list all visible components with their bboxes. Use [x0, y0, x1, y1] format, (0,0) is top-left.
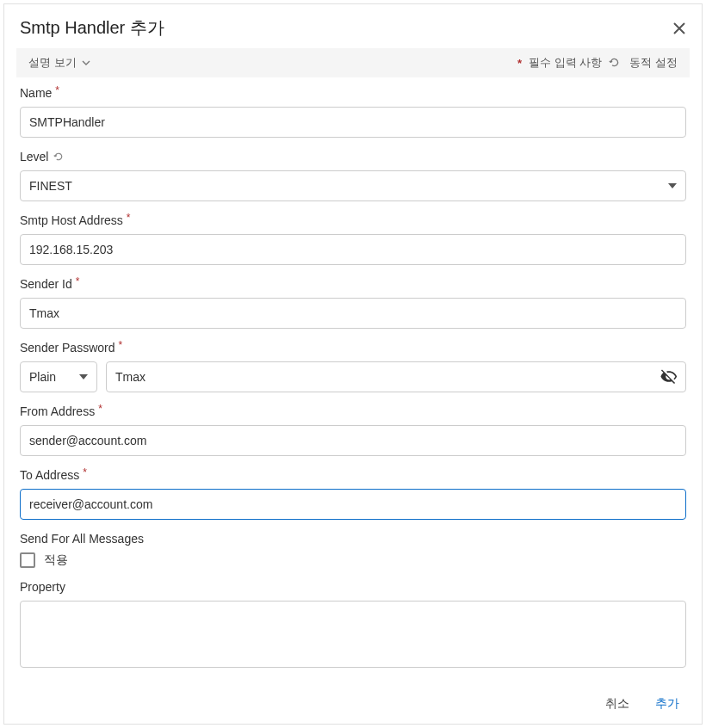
- form-body: Name * Level FINEST Smtp Host Address: [4, 77, 702, 684]
- dialog-header: Smtp Handler 추가: [4, 4, 702, 48]
- field-sender-id: Sender Id *: [20, 277, 686, 329]
- close-button[interactable]: [671, 20, 688, 37]
- field-from-address: From Address *: [20, 404, 686, 456]
- view-description-label: 설명 보기: [28, 55, 77, 71]
- smtp-host-input[interactable]: [20, 234, 686, 265]
- required-star-icon: *: [517, 57, 522, 70]
- to-address-input[interactable]: [20, 489, 686, 520]
- from-address-label: From Address *: [20, 404, 686, 418]
- required-star-icon: *: [127, 213, 131, 223]
- required-star-icon: *: [83, 467, 87, 478]
- close-icon: [672, 22, 686, 35]
- property-textarea[interactable]: [20, 601, 686, 668]
- field-level: Level FINEST: [20, 150, 686, 201]
- required-star-icon: *: [119, 340, 123, 350]
- legend-right: * 필수 입력 사항 동적 설정: [517, 55, 678, 71]
- sender-password-label: Sender Password *: [20, 341, 686, 355]
- required-star-icon: *: [98, 404, 102, 414]
- field-name: Name *: [20, 86, 686, 138]
- chevron-down-icon: [668, 183, 677, 188]
- sender-id-label: Sender Id *: [20, 277, 686, 291]
- to-address-label: To Address *: [20, 468, 686, 482]
- password-mode-select[interactable]: Plain: [20, 361, 97, 392]
- level-select[interactable]: FINEST: [20, 170, 686, 201]
- sender-password-input[interactable]: [106, 361, 686, 392]
- send-all-checkbox-row: 적용: [20, 552, 686, 568]
- password-row: Plain: [20, 361, 686, 392]
- level-value: FINEST: [29, 179, 72, 193]
- field-sender-password: Sender Password * Plain: [20, 341, 686, 392]
- chevron-down-icon: [82, 60, 90, 65]
- submit-button[interactable]: 추가: [655, 696, 679, 712]
- required-star-icon: *: [55, 85, 59, 96]
- smtp-handler-dialog: Smtp Handler 추가 설명 보기 * 필수 입력 사항 동적 설정 N…: [3, 3, 703, 725]
- chevron-down-icon: [79, 374, 88, 379]
- legend-bar: 설명 보기 * 필수 입력 사항 동적 설정: [16, 48, 690, 77]
- level-label: Level: [20, 150, 686, 163]
- password-mode-value: Plain: [29, 370, 56, 384]
- dynamic-legend-label: 동적 설정: [629, 55, 678, 71]
- required-star-icon: *: [76, 276, 80, 287]
- field-property: Property: [20, 580, 686, 670]
- field-smtp-host: Smtp Host Address *: [20, 213, 686, 265]
- password-input-wrap: [106, 361, 686, 392]
- view-description-toggle[interactable]: 설명 보기: [28, 55, 90, 71]
- visibility-toggle[interactable]: [660, 368, 678, 386]
- sender-id-input[interactable]: [20, 298, 686, 329]
- smtp-host-label: Smtp Host Address *: [20, 213, 686, 227]
- dialog-footer: 취소 추가: [4, 684, 702, 724]
- field-to-address: To Address *: [20, 468, 686, 520]
- refresh-icon: [609, 57, 621, 69]
- property-label: Property: [20, 580, 686, 594]
- refresh-icon: [53, 151, 64, 162]
- field-send-all: Send For All Messages 적용: [20, 532, 686, 568]
- dialog-title: Smtp Handler 추가: [20, 16, 164, 40]
- send-all-checkbox-label: 적용: [44, 552, 68, 568]
- name-input[interactable]: [20, 107, 686, 138]
- send-all-checkbox[interactable]: [20, 552, 35, 568]
- name-label: Name *: [20, 86, 686, 100]
- cancel-button[interactable]: 취소: [605, 696, 629, 712]
- send-all-label: Send For All Messages: [20, 532, 686, 546]
- from-address-input[interactable]: [20, 425, 686, 456]
- required-legend-label: 필수 입력 사항: [529, 55, 602, 71]
- eye-off-icon: [660, 368, 678, 386]
